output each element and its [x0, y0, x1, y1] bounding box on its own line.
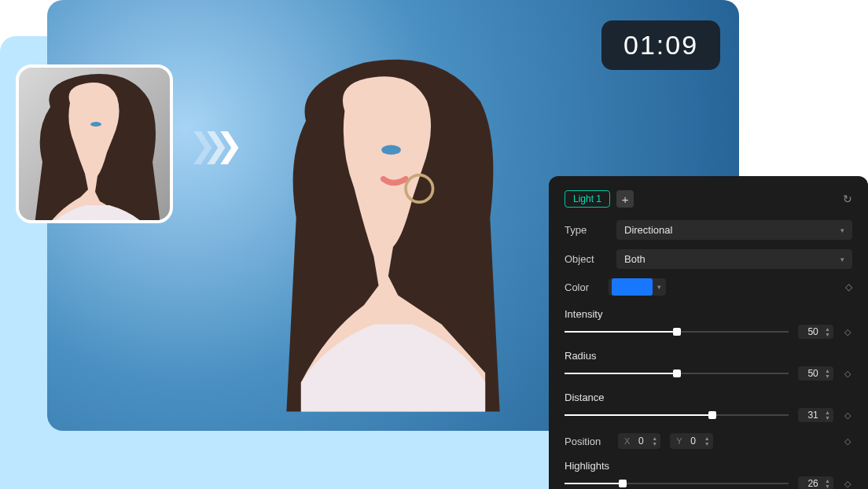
reset-icon[interactable]: ↻	[843, 193, 852, 205]
highlights-slider[interactable]	[565, 483, 789, 484]
x-axis-label: X	[624, 436, 630, 446]
type-selected-value: Directional	[624, 224, 672, 236]
color-swatch	[612, 278, 653, 296]
color-picker[interactable]: ▾	[609, 278, 666, 296]
svg-point-2	[90, 122, 101, 127]
position-label: Position	[565, 436, 609, 447]
light-settings-panel: Light 1 + ↻ Type Directional ▾ Object Bo…	[549, 176, 868, 489]
position-y-input[interactable]: Y 0 ▲▼	[670, 433, 712, 449]
chevron-right-icon: ❯	[202, 126, 230, 164]
highlights-value-input[interactable]: 26 ▲▼	[798, 476, 833, 489]
keyframe-icon[interactable]: ◇	[843, 436, 852, 447]
distance-value-input[interactable]: 31 ▲▼	[798, 408, 833, 422]
radius-slider[interactable]	[565, 373, 789, 374]
add-light-button[interactable]: +	[616, 190, 634, 208]
radius-value-input[interactable]: 50 ▲▼	[798, 366, 833, 381]
timer-badge: 01:09	[601, 20, 720, 70]
before-thumbnail[interactable]	[16, 64, 173, 223]
stepper-icon[interactable]: ▲▼	[825, 368, 830, 379]
y-axis-label: Y	[676, 436, 682, 446]
stepper-icon[interactable]: ▲▼	[652, 436, 657, 447]
keyframe-icon[interactable]: ◇	[843, 327, 852, 337]
stepper-icon[interactable]: ▲▼	[825, 478, 830, 489]
distance-slider[interactable]	[565, 414, 789, 416]
intensity-value-input[interactable]: 50 ▲▼	[798, 325, 833, 339]
stepper-icon[interactable]: ▲▼	[704, 436, 710, 447]
stepper-icon[interactable]: ▲▼	[825, 326, 830, 337]
thumbnail-illustration	[19, 68, 173, 223]
stepper-icon[interactable]: ▲▼	[825, 410, 830, 421]
chevron-down-icon: ▾	[840, 256, 844, 263]
type-label: Type	[565, 224, 609, 236]
type-select[interactable]: Directional ▾	[616, 220, 852, 240]
keyframe-icon[interactable]: ◇	[845, 281, 852, 292]
light-tab[interactable]: Light 1	[565, 190, 610, 208]
object-select[interactable]: Both ▾	[616, 249, 852, 269]
chevron-down-icon: ▾	[840, 226, 844, 234]
keyframe-icon[interactable]: ◇	[843, 369, 852, 379]
intensity-label: Intensity	[565, 308, 852, 320]
keyframe-icon[interactable]: ◇	[843, 410, 852, 421]
svg-point-0	[381, 145, 401, 154]
object-label: Object	[565, 253, 609, 265]
panel-header: Light 1 + ↻	[565, 190, 852, 208]
distance-label: Distance	[565, 392, 852, 403]
radius-label: Radius	[565, 350, 852, 362]
arrows-indicator: ❯ ❯ ❯	[189, 126, 229, 164]
highlights-label: Highlights	[565, 460, 852, 472]
keyframe-icon[interactable]: ◇	[843, 479, 852, 489]
intensity-slider[interactable]	[565, 331, 789, 333]
color-label: Color	[565, 281, 609, 293]
position-x-input[interactable]: X 0 ▲▼	[618, 433, 660, 449]
object-selected-value: Both	[624, 253, 645, 265]
chevron-down-icon: ▾	[657, 283, 661, 291]
portrait-illustration	[186, 43, 601, 431]
